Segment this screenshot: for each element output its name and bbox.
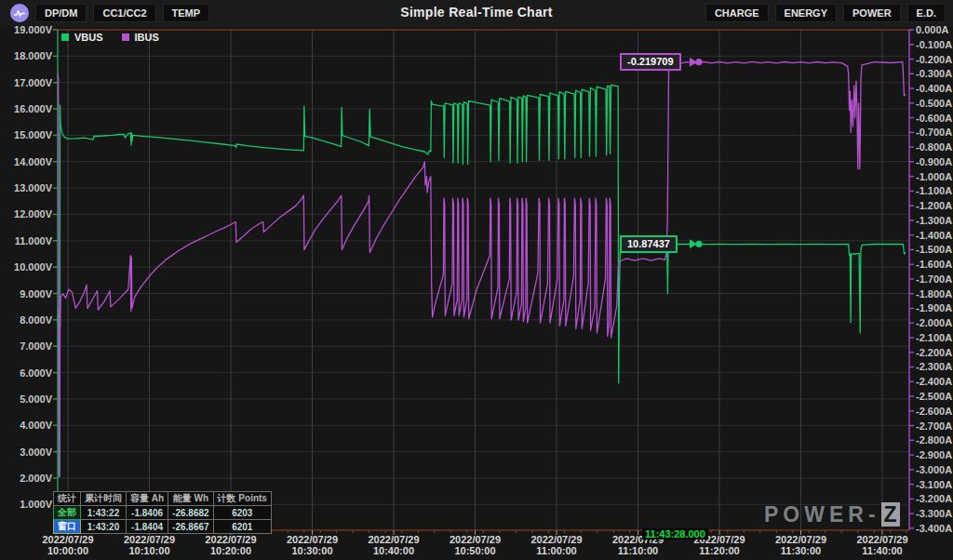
all-capacity: -1.8406: [127, 506, 168, 520]
right-axis-tick-label: -0.900A: [916, 156, 953, 167]
col-stat: 统计: [54, 492, 81, 506]
x-axis-tick-label: 2022/07/2910:40:00: [352, 534, 436, 556]
col-elapsed: 累计时间: [81, 492, 127, 506]
right-axis-tick-label: -2.000A: [916, 317, 953, 328]
row-name-all: 全部: [54, 506, 81, 520]
right-axis-tick-label: -1.500A: [916, 244, 953, 255]
left-axis-tick-label: 5.000V: [6, 393, 52, 405]
right-axis-tick-label: -0.200A: [916, 54, 953, 65]
left-axis-tick-label: 2.000V: [6, 473, 52, 484]
right-axis-tick-label: -0.300A: [916, 68, 953, 79]
left-axis-tick-label: 4.000V: [6, 420, 52, 431]
right-axis-tick-label: -2.200A: [916, 347, 953, 358]
legend-label: VBUS: [74, 32, 103, 43]
left-axis-tick-label: 19.000V: [6, 24, 52, 35]
ibus-value-label: -0.219709: [620, 53, 681, 71]
right-axis-tick-label: -1.400A: [916, 230, 953, 241]
window-time: 1:43:20: [81, 520, 127, 534]
statistics-table: 统计 累计时间 容量 Ah 能量 Wh 计数 Points 全部 1:43:22…: [53, 491, 272, 534]
right-axis-tick-label: -2.400A: [916, 376, 953, 387]
left-axis-tick-label: 8.000V: [6, 314, 52, 326]
table-row-window: 窗口 1:43:20 -1.8404 -26.8667 6201: [54, 520, 272, 534]
vbus-swatch-icon: [61, 33, 69, 41]
ibus-swatch-icon: [122, 33, 129, 41]
x-axis-tick-label: 2022/07/2910:00:00: [26, 534, 110, 556]
x-axis-tick-label: 2022/07/2911:30:00: [759, 534, 843, 556]
right-axis-tick-label: -0.100A: [916, 39, 953, 50]
right-axis-tick-label: -2.600A: [916, 406, 953, 417]
right-axis-tick-label: -2.800A: [916, 434, 953, 446]
window-energy: -26.8667: [168, 520, 213, 534]
row-name-window: 窗口: [54, 520, 81, 534]
right-axis-tick-label: -3.400A: [916, 523, 953, 534]
legend: VBUS IBUS: [61, 32, 159, 43]
left-axis-tick-label: 17.000V: [6, 77, 52, 88]
chart-plot[interactable]: [0, 0, 953, 560]
right-axis-tick-label: -1.200A: [916, 200, 953, 211]
vbus-value-label: 10.87437: [620, 235, 678, 253]
left-axis-tick-label: 1.000V: [6, 499, 52, 510]
left-axis-tick-label: 11.000V: [6, 235, 52, 247]
right-axis-tick-label: -3.300A: [916, 508, 953, 519]
right-axis-tick-label: -1.000A: [916, 171, 953, 182]
x-axis-tick-label: 2022/07/2910:30:00: [271, 534, 355, 556]
col-points: 计数 Points: [213, 492, 271, 506]
right-axis-tick-label: -3.100A: [916, 479, 953, 490]
left-axis-tick-label: 12.000V: [6, 208, 52, 220]
right-axis-tick-label: -1.100A: [916, 185, 953, 196]
right-axis-tick-label: -0.700A: [916, 127, 953, 138]
left-axis-tick-label: 7.000V: [6, 340, 52, 352]
vbus-line: [58, 86, 906, 477]
left-axis-tick-label: 15.000V: [6, 129, 52, 140]
x-axis-tick-label: 2022/07/2910:50:00: [434, 534, 517, 556]
all-time: 1:43:22: [81, 506, 127, 520]
ibus-cursor-marker: [690, 58, 703, 67]
legend-item-ibus[interactable]: IBUS: [122, 32, 159, 43]
power-z-app-window: Simple Real-Time Chart DP/DM CC1/CC2 TEM…: [0, 0, 953, 560]
right-axis-tick-label: -0.600A: [916, 113, 953, 124]
right-axis-tick-label: -2.500A: [916, 391, 953, 402]
x-axis-tick-label: 2022/07/2911:00:00: [515, 534, 598, 556]
right-axis-tick-label: -0.400A: [916, 83, 953, 94]
left-axis-tick-label: 6.000V: [6, 367, 52, 379]
right-axis-tick-label: -2.100A: [916, 332, 953, 343]
left-axis-tick-label: 10.000V: [6, 261, 52, 273]
legend-label: IBUS: [135, 32, 159, 43]
power-z-watermark: POWER-Z: [764, 502, 900, 527]
left-axis-tick-label: 9.000V: [6, 288, 52, 300]
right-axis-tick-label: -3.200A: [916, 493, 953, 504]
col-capacity: 容量 Ah: [127, 492, 168, 506]
x-axis-tick-label: 2022/07/2911:40:00: [840, 534, 924, 556]
window-capacity: -1.8404: [127, 520, 168, 534]
right-axis-tick-label: -1.700A: [916, 273, 953, 285]
right-axis-tick-label: -1.600A: [916, 259, 953, 270]
window-points: 6201: [213, 520, 271, 534]
right-axis-tick-label: -0.800A: [916, 141, 953, 153]
axis-frame: [53, 30, 914, 535]
right-axis-tick-label: -1.900A: [916, 302, 953, 313]
all-points: 6203: [213, 506, 271, 520]
table-row-all: 全部 1:43:22 -1.8406 -26.8682 6203: [54, 506, 272, 520]
right-axis-tick-label: -2.700A: [916, 420, 953, 432]
watermark-z-icon: Z: [881, 502, 900, 527]
right-axis-tick-label: 0.000A: [916, 24, 953, 35]
legend-item-vbus[interactable]: VBUS: [61, 32, 103, 43]
right-axis-tick-label: -1.300A: [916, 215, 953, 226]
right-axis-tick-label: -0.500A: [916, 98, 953, 109]
left-axis-tick-label: 3.000V: [6, 447, 52, 458]
left-axis-tick-label: 16.000V: [6, 103, 52, 114]
col-energy: 能量 Wh: [168, 492, 213, 506]
right-axis-tick-label: -2.300A: [916, 361, 953, 372]
all-energy: -26.8682: [168, 506, 213, 520]
current-time-readout: 11:43:28.000: [642, 528, 708, 540]
left-axis-tick-label: 18.000V: [6, 50, 52, 61]
right-axis-tick-label: -3.000A: [916, 464, 953, 475]
right-axis-tick-label: -2.900A: [916, 449, 953, 460]
gridlines: [58, 30, 909, 530]
left-axis-tick-label: 13.000V: [6, 182, 52, 193]
ibus-line: [58, 61, 906, 476]
table-header-row: 统计 累计时间 容量 Ah 能量 Wh 计数 Points: [54, 492, 272, 506]
right-axis-tick-label: -1.800A: [916, 288, 953, 300]
left-axis-tick-label: 14.000V: [6, 156, 52, 167]
x-axis-tick-label: 2022/07/2910:20:00: [189, 534, 273, 556]
